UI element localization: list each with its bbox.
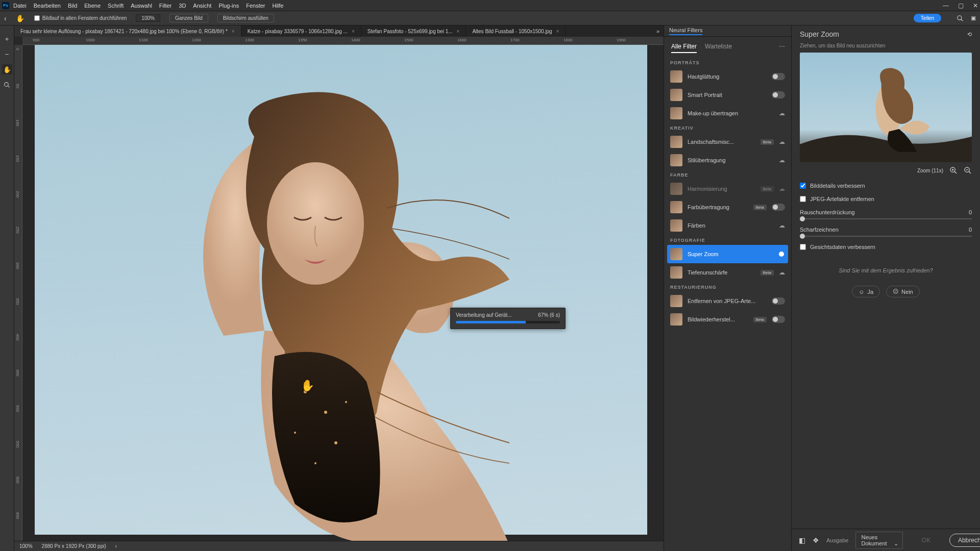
filter-item[interactable]: Hautglättung xyxy=(664,67,791,86)
document-tab[interactable]: Stefan Passfoto - 525x699.jpg bei 1...× xyxy=(361,26,467,37)
filter-toggle[interactable] xyxy=(772,204,785,211)
zoom-value[interactable]: 100% xyxy=(136,14,160,22)
tab-all-filters[interactable]: Alle Filter xyxy=(671,43,697,53)
download-cloud-icon[interactable]: ☁ xyxy=(779,269,785,276)
filter-item[interactable]: Make-up übertragen☁ xyxy=(664,104,791,122)
filter-toggle[interactable] xyxy=(772,91,785,98)
filter-item[interactable]: FarbübertragungBeta xyxy=(664,198,791,216)
canvas-wrap: 050100150200250300350400450500550600650 xyxy=(14,45,664,541)
zoom-tool[interactable] xyxy=(2,80,12,90)
filter-item[interactable]: Super Zoom xyxy=(667,245,788,263)
sz-zoom-row: Zoom (11x) xyxy=(792,162,980,179)
sz-preview[interactable] xyxy=(800,53,972,162)
download-cloud-icon[interactable]: ☁ xyxy=(779,138,785,145)
hand-tool[interactable]: ✋ xyxy=(2,64,12,74)
filter-item[interactable]: Stilübertragung☁ xyxy=(664,151,791,169)
close-tab-icon[interactable]: × xyxy=(232,29,235,34)
filter-thumb xyxy=(670,89,682,101)
sharpen-slider[interactable]: Scharfzeichnen0 xyxy=(800,227,972,237)
tabs-overflow-icon[interactable]: » xyxy=(652,26,664,37)
filter-item[interactable]: Entfernen von JPEG-Arte... xyxy=(664,292,791,310)
filter-thumb xyxy=(670,313,682,325)
menu-ansicht[interactable]: Ansicht xyxy=(193,3,211,9)
menu-plug-ins[interactable]: Plug-ins xyxy=(218,3,239,9)
layer-mask-icon[interactable]: ◧ xyxy=(799,536,805,544)
share-button[interactable]: Teilen xyxy=(914,14,941,22)
document-tab[interactable]: Katze - pixabay 3336579 - 1066x1280.jpg … xyxy=(241,26,361,37)
remove-jpeg-checkbox[interactable]: JPEG-Artefakte entfernen xyxy=(800,196,972,202)
ok-button[interactable]: OK xyxy=(910,534,942,547)
download-cloud-icon[interactable]: ☁ xyxy=(779,110,785,117)
cancel-button[interactable]: Abbrechen xyxy=(949,534,980,547)
menu-hilfe[interactable]: Hilfe xyxy=(272,3,283,9)
home-back-icon[interactable]: ‹ xyxy=(4,14,7,22)
fill-screen-button[interactable]: Bildschirm ausfüllen xyxy=(217,14,274,22)
menu-schrift[interactable]: Schrift xyxy=(108,3,124,9)
menu-ebene[interactable]: Ebene xyxy=(84,3,101,9)
filter-toggle[interactable] xyxy=(772,297,785,305)
menu-bearbeiten[interactable]: Bearbeiten xyxy=(34,3,61,9)
zoom-out-icon[interactable] xyxy=(964,166,972,174)
nf-section-header: PORTRÄTS xyxy=(664,57,791,67)
close-tab-icon[interactable]: × xyxy=(457,29,460,34)
filter-item[interactable]: TiefenunschärfeBeta☁ xyxy=(664,263,791,282)
zoom-in-icon[interactable]: + xyxy=(2,34,12,44)
filter-toggle[interactable] xyxy=(772,251,785,258)
bottom-bar: ◧ ❖ Ausgabe Neues Dokument OK Abbrechen xyxy=(792,529,980,551)
more-icon[interactable]: ⋯ xyxy=(779,43,785,50)
download-cloud-icon[interactable]: ☁ xyxy=(779,222,785,229)
filter-thumb xyxy=(670,266,682,279)
download-cloud-icon[interactable]: ☁ xyxy=(779,157,785,164)
maximize-icon[interactable]: ▢ xyxy=(958,2,964,9)
canvas[interactable]: ✋ Verarbeitung auf Gerät... 67% (6 s) xyxy=(22,45,664,541)
search-icon[interactable] xyxy=(957,15,964,22)
feedback-yes-button[interactable]: ☺Ja xyxy=(852,286,880,297)
main-area: + − ✋ Frau sehr kleine Auflösung - pixab… xyxy=(0,26,980,551)
close-tab-icon[interactable]: × xyxy=(556,29,559,34)
hand-tool-icon[interactable]: ✋ xyxy=(16,14,25,23)
filter-item[interactable]: HarmonisierungBeta☁ xyxy=(664,180,791,198)
zoom-in-icon[interactable] xyxy=(949,166,958,174)
document-tab[interactable]: Altes Bild Fussball - 1050x1500.jpg× xyxy=(466,26,566,37)
download-cloud-icon[interactable]: ☁ xyxy=(779,185,785,192)
filter-toggle[interactable] xyxy=(772,73,785,80)
close-tab-icon[interactable]: × xyxy=(352,29,355,34)
filter-thumb xyxy=(670,219,682,232)
close-icon[interactable]: ✕ xyxy=(973,2,978,9)
menu-fenster[interactable]: Fenster xyxy=(246,3,265,9)
filter-name: Färben xyxy=(688,222,774,229)
enhance-face-checkbox[interactable]: Gesichtsdaten verbessern xyxy=(800,244,972,250)
workspace-icon[interactable]: ▣ xyxy=(971,15,976,22)
output-select[interactable]: Neues Dokument xyxy=(855,532,902,549)
menu-3d[interactable]: 3D xyxy=(179,3,186,9)
minimize-icon[interactable]: — xyxy=(943,2,949,9)
tab-waitlist[interactable]: Warteliste xyxy=(705,43,732,53)
filter-item[interactable]: Landschaftsmisc...Beta☁ xyxy=(664,133,791,151)
filter-item[interactable]: Färben☁ xyxy=(664,216,791,235)
filter-item[interactable]: Bildwiederherstel...Beta xyxy=(664,310,791,329)
document-tabs: Frau sehr kleine Auflösung - pixabay 186… xyxy=(14,26,664,37)
nf-header: Neural Filters xyxy=(664,26,791,37)
enhance-details-checkbox[interactable]: Bilddetails verbessern xyxy=(800,183,972,189)
nf-section-header: FOTOGRAFIE xyxy=(664,235,791,245)
feedback-no-button[interactable]: ☹Nein xyxy=(886,286,920,297)
scroll-all-checkbox[interactable]: Bildlauf in allen Fenstern durchführen xyxy=(34,15,127,21)
layers-icon[interactable]: ❖ xyxy=(813,536,819,544)
zoom-out-icon[interactable]: − xyxy=(2,49,12,59)
status-caret-icon[interactable]: › xyxy=(115,543,117,549)
fit-whole-button[interactable]: Ganzes Bild xyxy=(169,14,208,22)
menu-bild[interactable]: Bild xyxy=(68,3,77,9)
titlebar: Ps DateiBearbeitenBildEbeneSchriftAuswah… xyxy=(0,0,980,11)
filter-item[interactable]: Smart Portrait xyxy=(664,86,791,104)
progress-bar xyxy=(456,321,560,323)
menu-datei[interactable]: Datei xyxy=(13,3,27,9)
filter-toggle[interactable] xyxy=(772,316,785,323)
menu-filter[interactable]: Filter xyxy=(159,3,172,9)
noise-reduction-slider[interactable]: Rauschunterdrückung0 xyxy=(800,209,972,219)
reset-icon[interactable]: ⟲ xyxy=(967,31,972,38)
top-right-icons: ▣ xyxy=(957,15,976,22)
preview-illustration xyxy=(800,53,972,162)
document-tab[interactable]: Frau sehr kleine Auflösung - pixabay 186… xyxy=(14,26,241,37)
hand-cursor-icon: ✋ xyxy=(301,379,314,392)
menu-auswahl[interactable]: Auswahl xyxy=(131,3,152,9)
